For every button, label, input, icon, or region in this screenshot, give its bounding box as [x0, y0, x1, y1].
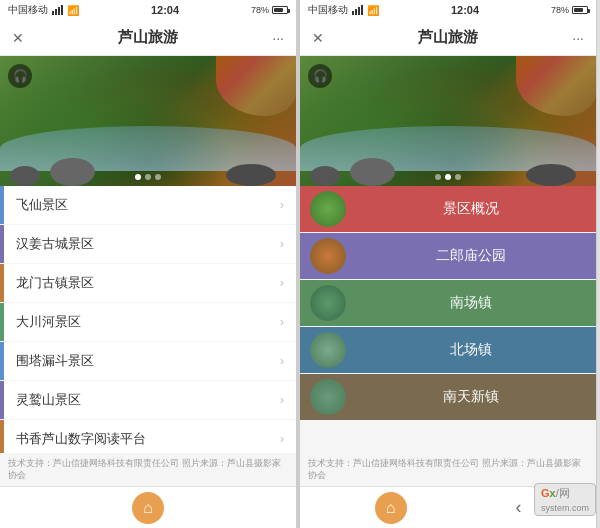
battery-pct-right: 78%: [551, 5, 569, 15]
status-bar-right: 中国移动 📶 12:04 78%: [300, 0, 596, 20]
dot-2-left: [145, 174, 151, 180]
dot-2-right: [445, 174, 451, 180]
menu-item-4[interactable]: 大川河景区 ›: [0, 303, 296, 341]
thumb-img-2: [310, 238, 346, 274]
status-bar-left: 中国移动 📶 12:04 78%: [0, 0, 296, 20]
dot-1-left: [135, 174, 141, 180]
hero-image-right: 🎧: [300, 56, 596, 186]
scenic-item-2[interactable]: 二郎庙公园: [300, 233, 596, 279]
wifi-icon-left: 📶: [67, 5, 79, 16]
menu-item-5[interactable]: 围塔漏斗景区 ›: [0, 342, 296, 380]
battery-fill-right: [574, 8, 583, 12]
menu-item-6[interactable]: 灵鹫山景区 ›: [0, 381, 296, 419]
arrow-icon-2: ›: [280, 237, 284, 251]
status-right-left: 78%: [251, 5, 288, 15]
menu-list-left: 飞仙景区 › 汉姜古城景区 › 龙门古镇景区 › 大川河景区 › 围塔漏斗景区 …: [0, 186, 296, 453]
menu-item-1[interactable]: 飞仙景区 ›: [0, 186, 296, 224]
scenic-thumb-5: [310, 379, 346, 415]
scenic-thumb-1: [310, 191, 346, 227]
scenic-label-3: 南场镇: [356, 294, 586, 312]
arrow-icon-5: ›: [280, 354, 284, 368]
scenic-thumb-2: [310, 238, 346, 274]
thumb-img-3: [310, 285, 346, 321]
nav-bar-left: ✕ 芦山旅游 ···: [0, 20, 296, 56]
footer-text-left: 技术支持：芦山信捷网络科技有限责任公司 照片来源：芦山县摄影家协会: [8, 458, 281, 481]
arrow-icon-3: ›: [280, 276, 284, 290]
dot-1-right: [435, 174, 441, 180]
scenic-item-5[interactable]: 南天新镇: [300, 374, 596, 420]
carousel-dots-left: [135, 174, 161, 180]
scenic-item-1[interactable]: 景区概况: [300, 186, 596, 232]
menu-item-2[interactable]: 汉姜古城景区 ›: [0, 225, 296, 263]
thumb-img-5: [310, 379, 346, 415]
footer-left: 技术支持：芦山信捷网络科技有限责任公司 照片来源：芦山县摄影家协会: [0, 453, 296, 486]
headphone-icon-left[interactable]: 🎧: [8, 64, 32, 88]
status-left-right: 中国移动 📶: [308, 3, 379, 17]
headphone-icon-right[interactable]: 🎧: [308, 64, 332, 88]
arrow-icon-1: ›: [280, 198, 284, 212]
right-phone: 中国移动 📶 12:04 78% ✕ 芦山旅游 ···: [300, 0, 597, 528]
home-button-left[interactable]: ⌂: [132, 492, 164, 524]
watermark-brand: G: [541, 487, 550, 499]
battery-icon-left: [272, 6, 288, 14]
wifi-icon-right: 📶: [367, 5, 379, 16]
scenic-label-1: 景区概况: [356, 200, 586, 218]
watermark-slash: /网: [556, 487, 570, 499]
thumb-img-4: [310, 332, 346, 368]
time-left: 12:04: [151, 4, 179, 16]
back-button-right[interactable]: ‹: [516, 497, 522, 518]
arrow-icon-4: ›: [280, 315, 284, 329]
bottom-nav-left: ⌂: [0, 486, 296, 528]
status-left: 中国移动 📶: [8, 3, 79, 17]
carrier-right: 中国移动: [308, 3, 348, 17]
carousel-dots-right: [435, 174, 461, 180]
footer-right: 技术支持：芦山信捷网络科技有限责任公司 照片来源：芦山县摄影家协会: [300, 453, 596, 486]
more-button-right[interactable]: ···: [572, 30, 584, 46]
hero-image-left: 🎧: [0, 56, 296, 186]
carrier-left: 中国移动: [8, 3, 48, 17]
scenic-thumb-3: [310, 285, 346, 321]
status-right-right: 78%: [551, 5, 588, 15]
home-button-right[interactable]: ⌂: [375, 492, 407, 524]
scenic-label-5: 南天新镇: [356, 388, 586, 406]
signal-icon-left: [52, 5, 63, 15]
nav-bar-right: ✕ 芦山旅游 ···: [300, 20, 596, 56]
arrow-icon-7: ›: [280, 432, 284, 446]
battery-fill-left: [274, 8, 283, 12]
close-button-right[interactable]: ✕: [312, 30, 324, 46]
dot-3-right: [455, 174, 461, 180]
scenic-list-right: 景区概况 二郎庙公园 南场镇 北场镇 南天新镇: [300, 186, 596, 453]
home-icon-left: ⌂: [143, 499, 153, 517]
home-icon-right: ⌂: [386, 499, 396, 517]
battery-pct-left: 78%: [251, 5, 269, 15]
scenic-thumb-4: [310, 332, 346, 368]
scenic-label-4: 北场镇: [356, 341, 586, 359]
watermark-site: system.com: [541, 503, 589, 513]
time-right: 12:04: [451, 4, 479, 16]
more-button-left[interactable]: ···: [272, 30, 284, 46]
dot-3-left: [155, 174, 161, 180]
menu-item-3[interactable]: 龙门古镇景区 ›: [0, 264, 296, 302]
close-button-left[interactable]: ✕: [12, 30, 24, 46]
arrow-icon-6: ›: [280, 393, 284, 407]
nav-title-right: 芦山旅游: [418, 28, 478, 47]
thumb-img-1: [310, 191, 346, 227]
battery-icon-right: [572, 6, 588, 14]
signal-icon-right: [352, 5, 363, 15]
watermark: Gx/网 system.com: [534, 483, 596, 516]
menu-item-7[interactable]: 书香芦山数字阅读平台 ›: [0, 420, 296, 453]
scenic-item-3[interactable]: 南场镇: [300, 280, 596, 326]
scenic-label-2: 二郎庙公园: [356, 247, 586, 265]
left-phone: 中国移动 📶 12:04 78% ✕ 芦山旅游 ···: [0, 0, 297, 528]
scenic-item-4[interactable]: 北场镇: [300, 327, 596, 373]
footer-text-right: 技术支持：芦山信捷网络科技有限责任公司 照片来源：芦山县摄影家协会: [308, 458, 581, 481]
nav-title-left: 芦山旅游: [118, 28, 178, 47]
